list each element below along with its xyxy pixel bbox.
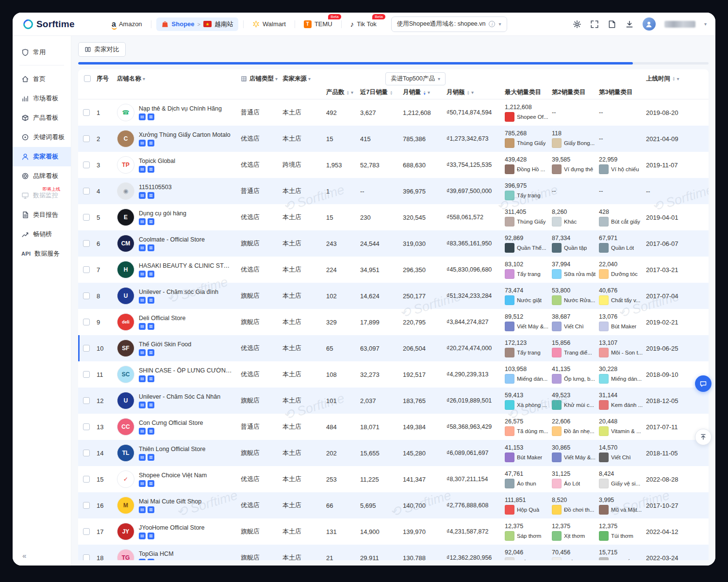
store-monitor-icon[interactable]: ▥: [148, 271, 154, 277]
sidebar-item-product[interactable]: 产品看板: [13, 108, 71, 128]
store-products-icon[interactable]: ▤: [139, 349, 146, 356]
store-products-icon[interactable]: ▤: [139, 140, 146, 146]
sidebar-item-api[interactable]: API数据服务: [13, 244, 71, 263]
table-row[interactable]: 16MMai Mai Cute Gift Shop▤▥优选店本土店665,695…: [78, 492, 709, 518]
store-products-icon[interactable]: ▤: [139, 402, 146, 408]
select-all-checkbox[interactable]: [84, 75, 91, 82]
store-monitor-icon[interactable]: ▥: [148, 323, 154, 330]
row-checkbox[interactable]: [83, 423, 90, 430]
tab-tiktok[interactable]: ♪Tik TokBeta: [347, 17, 381, 31]
tab-walmart[interactable]: Walmart: [248, 17, 290, 31]
sidebar-item-keyword[interactable]: 关键词看板: [13, 128, 71, 147]
subcol-2[interactable]: 月销量▲▼▾: [403, 88, 447, 97]
row-checkbox[interactable]: [83, 476, 90, 483]
store-name[interactable]: Nạp thẻ & Dịch vụ Chính Hãng: [139, 105, 222, 112]
table-row[interactable]: 14TLThiên Long Official Store▤▥旗舰店本土店202…: [78, 440, 709, 466]
table-row[interactable]: 6CMCoolmate - Official Store▤▥旗舰店本土店2432…: [78, 230, 709, 257]
table-row[interactable]: 7HHASAKI BEAUTY & CLINIC STORE▤▥优选店本土店22…: [78, 257, 709, 283]
row-checkbox[interactable]: [83, 292, 90, 299]
row-checkbox[interactable]: [83, 188, 90, 194]
seller-compare-button[interactable]: 卖家对比: [78, 42, 126, 57]
store-name[interactable]: Mai Mai Cute Gift Shop: [139, 498, 201, 505]
store-monitor-icon[interactable]: ▥: [148, 428, 154, 435]
sidebar-item-bestseller[interactable]: 畅销榜: [13, 225, 71, 244]
col-shop-type[interactable]: 店铺类型▾: [241, 75, 282, 83]
store-name[interactable]: Unilever - Chăm sóc Gia đình: [139, 289, 218, 295]
top500-filter-dropdown[interactable]: 卖进Top500产品▾: [385, 72, 446, 85]
file-icon[interactable]: [608, 20, 616, 29]
table-row[interactable]: 10SFThế Giới Skin Food▤▥优选店本土店6563,09720…: [78, 335, 709, 361]
back-to-top-button[interactable]: [695, 429, 711, 445]
store-monitor-icon[interactable]: ▥: [148, 297, 154, 304]
table-row[interactable]: 18TGTopGia HCM▤▥旗舰店本土店2129,911130,788₫12…: [78, 545, 709, 560]
tab-amazon[interactable]: aAmazon: [108, 17, 146, 31]
download-icon[interactable]: [625, 20, 634, 29]
row-checkbox[interactable]: [83, 240, 90, 247]
store-monitor-icon[interactable]: ▥: [148, 192, 154, 199]
store-name[interactable]: Coolmate - Official Store: [139, 236, 205, 243]
store-monitor-icon[interactable]: ▥: [148, 140, 154, 146]
table-row[interactable]: 11SCSHIN CASE - ỐP LƯNG CƯỜNG LỰC▤▥优选店本土…: [78, 361, 709, 388]
store-monitor-icon[interactable]: ▥: [148, 533, 154, 539]
store-monitor-icon[interactable]: ▥: [148, 454, 154, 461]
row-checkbox[interactable]: [83, 502, 90, 509]
store-monitor-icon[interactable]: ▥: [148, 113, 154, 120]
store-name[interactable]: Unilever - Chăm Sóc Cá Nhân: [139, 393, 220, 400]
tab-temu[interactable]: TTEMUBeta: [300, 17, 336, 31]
store-name[interactable]: Thế Giới Skin Food: [139, 341, 191, 348]
store-products-icon[interactable]: ▤: [139, 454, 146, 461]
table-row[interactable]: 2CXưởng Thùng Giấy Carton Motalo▤▥优选店本土店…: [78, 126, 709, 152]
sidebar-item-category[interactable]: 类目报告: [13, 205, 71, 225]
domain-selector[interactable]: 使用Shopee通用域名: shopee.vn i ▾: [391, 16, 507, 32]
store-name[interactable]: Thiên Long Official Store: [139, 446, 205, 453]
store-name[interactable]: Deli Official Store: [139, 315, 185, 322]
row-checkbox[interactable]: [83, 554, 90, 560]
store-monitor-icon[interactable]: ▥: [148, 218, 154, 225]
col-store-name[interactable]: 店铺名称▾: [117, 75, 241, 83]
store-products-icon[interactable]: ▤: [139, 323, 146, 330]
fullscreen-icon[interactable]: [590, 20, 599, 29]
store-products-icon[interactable]: ▤: [139, 375, 146, 382]
tab-vietnam-label[interactable]: 越南站: [215, 20, 233, 29]
avatar[interactable]: [643, 17, 656, 31]
store-monitor-icon[interactable]: ▥: [148, 349, 154, 356]
sidebar-item-brand[interactable]: 品牌看板: [13, 166, 71, 186]
store-name[interactable]: Shopee Choice Việt Nam: [139, 472, 207, 479]
store-products-icon[interactable]: ▤: [139, 271, 146, 277]
sidebar-collapse[interactable]: «: [22, 551, 26, 560]
table-row[interactable]: 3TPTopick Global▤▥优选店跨境店1,95352,783688,6…: [78, 152, 709, 178]
table-row[interactable]: 9deliDeli Official Store▤▥旗舰店本土店32917,89…: [78, 309, 709, 335]
row-checkbox[interactable]: [83, 319, 90, 325]
table-row[interactable]: 8UUnilever - Chăm sóc Gia đình▤▥旗舰店本土店10…: [78, 283, 709, 309]
row-checkbox[interactable]: [83, 450, 90, 456]
subcol-3[interactable]: 月销额▲▼▾: [447, 88, 505, 97]
row-checkbox[interactable]: [83, 214, 90, 221]
store-products-icon[interactable]: ▤: [139, 166, 146, 173]
table-row[interactable]: 17JYJYooHome Official Store▤▥旗舰店本土店13114…: [78, 518, 709, 545]
row-checkbox[interactable]: [83, 266, 90, 273]
row-checkbox[interactable]: [83, 371, 90, 378]
store-monitor-icon[interactable]: ▥: [148, 375, 154, 382]
store-name[interactable]: TopGia HCM: [139, 550, 174, 557]
store-products-icon[interactable]: ▤: [139, 480, 146, 487]
row-checkbox[interactable]: [83, 135, 90, 142]
store-name[interactable]: Xưởng Thùng Giấy Carton Motalo: [139, 131, 231, 138]
store-monitor-icon[interactable]: ▥: [148, 480, 154, 487]
store-products-icon[interactable]: ▤: [139, 533, 146, 539]
store-products-icon[interactable]: ▤: [139, 428, 146, 435]
store-products-icon[interactable]: ▤: [139, 297, 146, 304]
row-checkbox[interactable]: [83, 528, 90, 535]
store-name[interactable]: SHIN CASE - ỐP LƯNG CƯỜNG LỰC: [139, 367, 234, 374]
store-products-icon[interactable]: ▤: [139, 244, 146, 251]
col-seller-source[interactable]: 卖家来源▾: [282, 75, 326, 83]
table-row[interactable]: 4◉1151105503▤▥普通店本土店1--396,975₫39,697,50…: [78, 178, 709, 204]
sidebar-item-seller[interactable]: 卖家看板: [13, 147, 71, 166]
store-monitor-icon[interactable]: ▥: [148, 559, 154, 561]
store-name[interactable]: Topick Global: [139, 158, 175, 164]
store-products-icon[interactable]: ▤: [139, 218, 146, 225]
row-checkbox[interactable]: [83, 345, 90, 352]
table-row[interactable]: 12UUnilever - Chăm Sóc Cá Nhân▤▥旗舰店本土店10…: [78, 388, 709, 414]
store-monitor-icon[interactable]: ▥: [148, 402, 154, 408]
store-name[interactable]: Con Cưng Official Store: [139, 420, 203, 426]
table-row[interactable]: 1☎Nạp thẻ & Dịch vụ Chính Hãng▤▥普通店本土店49…: [78, 99, 709, 126]
